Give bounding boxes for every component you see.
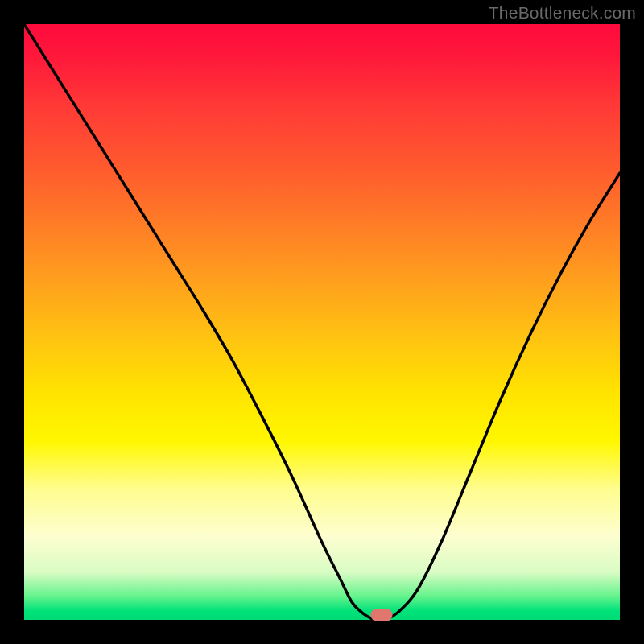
plot-area <box>24 24 620 620</box>
bottleneck-curve <box>24 24 620 620</box>
optimal-marker <box>371 609 393 621</box>
watermark-text: TheBottleneck.com <box>489 3 636 23</box>
